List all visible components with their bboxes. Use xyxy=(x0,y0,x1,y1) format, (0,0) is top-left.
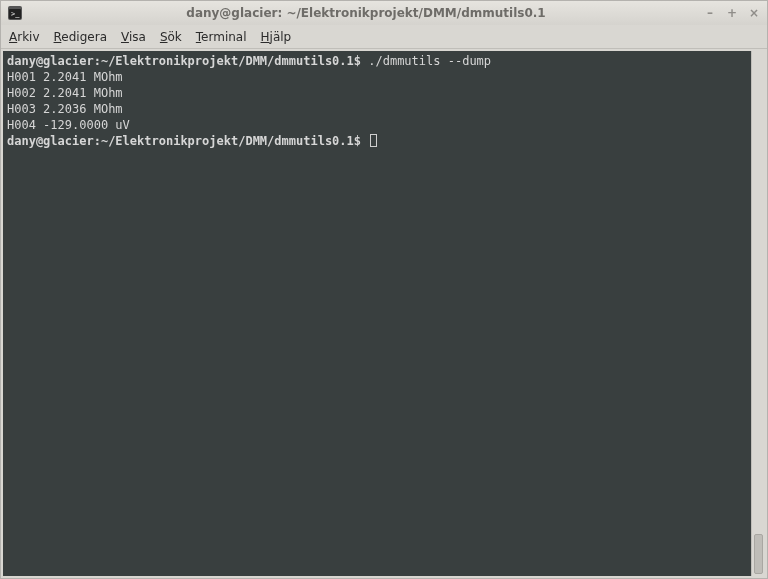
menu-arkiv[interactable]: Arkiv xyxy=(9,30,40,44)
scroll-track[interactable] xyxy=(752,51,765,576)
output-line: H004 -129.0000 uV xyxy=(7,118,130,132)
close-button[interactable]: × xyxy=(747,6,761,20)
menu-redigera[interactable]: Redigera xyxy=(54,30,107,44)
minimize-button[interactable]: – xyxy=(703,6,717,20)
scroll-thumb[interactable] xyxy=(754,534,763,574)
maximize-button[interactable]: + xyxy=(725,6,739,20)
menubar: Arkiv Redigera Visa Sök Terminal Hjälp xyxy=(1,25,767,49)
menu-visa[interactable]: Visa xyxy=(121,30,146,44)
menu-terminal[interactable]: Terminal xyxy=(196,30,247,44)
terminal-area: dany@glacier:~/Elektronikprojekt/DMM/dmm… xyxy=(1,49,767,578)
titlebar[interactable]: >_ dany@glacier: ~/Elektronikprojekt/DMM… xyxy=(1,1,767,25)
svg-text:>_: >_ xyxy=(11,10,20,18)
prompt: dany@glacier:~/Elektronikprojekt/DMM/dmm… xyxy=(7,134,361,148)
output-line: H003 2.2036 MOhm xyxy=(7,102,123,116)
terminal[interactable]: dany@glacier:~/Elektronikprojekt/DMM/dmm… xyxy=(3,51,751,576)
command: ./dmmutils --dump xyxy=(368,54,491,68)
menu-hjalp[interactable]: Hjälp xyxy=(261,30,292,44)
menu-sok[interactable]: Sök xyxy=(160,30,182,44)
window-title: dany@glacier: ~/Elektronikprojekt/DMM/dm… xyxy=(29,6,703,20)
prompt: dany@glacier:~/Elektronikprojekt/DMM/dmm… xyxy=(7,54,361,68)
terminal-window: >_ dany@glacier: ~/Elektronikprojekt/DMM… xyxy=(0,0,768,579)
output-line: H002 2.2041 MOhm xyxy=(7,86,123,100)
terminal-icon: >_ xyxy=(7,5,23,21)
output-line: H001 2.2041 MOhm xyxy=(7,70,123,84)
cursor-icon xyxy=(370,134,377,147)
scrollbar[interactable] xyxy=(751,51,765,576)
window-controls: – + × xyxy=(703,6,761,20)
